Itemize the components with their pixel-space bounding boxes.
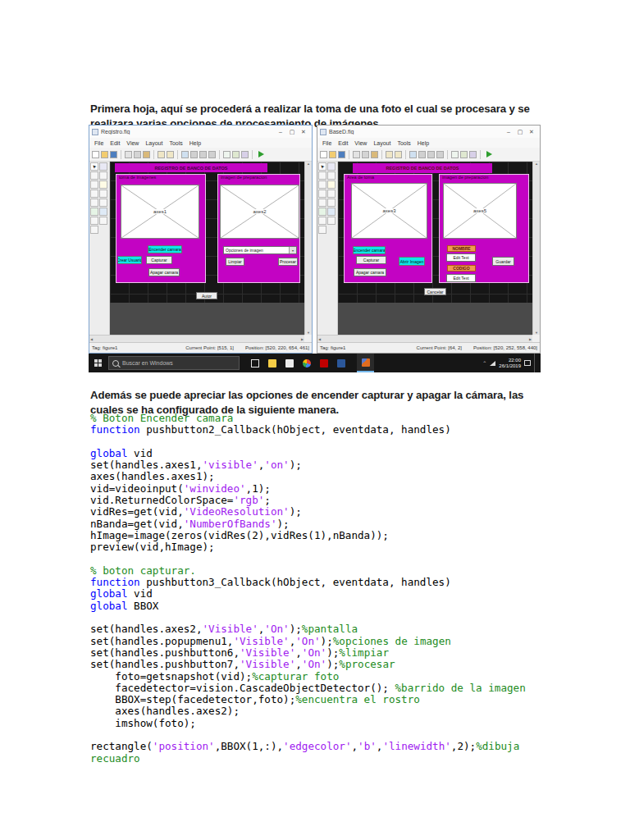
minimize-icon[interactable]: – [503, 126, 514, 137]
menu-help[interactable]: Help [189, 140, 201, 146]
menu-file[interactable]: File [322, 140, 331, 146]
apagar-camara-button[interactable]: Apagar camara [148, 268, 180, 276]
palette-tool-select[interactable] [318, 162, 326, 171]
object-browser-icon[interactable] [469, 151, 477, 158]
paste-icon[interactable] [371, 151, 378, 158]
nombre-edit-field[interactable]: Edit Text [446, 253, 476, 262]
crear-usuario-button[interactable]: Crear Usuario [117, 256, 142, 264]
search-input[interactable]: Buscar en Windows [108, 356, 240, 370]
apagar-camara-button[interactable]: Apagar camara [354, 268, 386, 276]
palette-tool-static-text[interactable] [318, 189, 326, 198]
acrobat-icon[interactable] [315, 354, 332, 372]
copy-icon[interactable] [362, 151, 369, 158]
new-file-icon[interactable] [92, 151, 99, 158]
new-file-icon[interactable] [320, 151, 327, 158]
palette-tool-radio-button[interactable] [327, 171, 336, 180]
palette-tool-table[interactable] [90, 208, 98, 216]
start-button[interactable] [89, 354, 107, 372]
matlab-icon[interactable] [357, 354, 374, 372]
m-file-editor-icon[interactable] [451, 151, 459, 158]
file-explorer-icon[interactable] [263, 354, 281, 372]
palette-tool-panel[interactable] [90, 217, 98, 225]
tray-expand-icon[interactable]: ⌃ [482, 360, 486, 366]
property-inspector-icon[interactable] [232, 151, 240, 158]
maximize-icon[interactable]: ▢ [514, 126, 526, 137]
palette-tool-slider[interactable] [318, 171, 326, 180]
redo-icon[interactable] [167, 151, 174, 158]
undo-icon[interactable] [158, 151, 165, 158]
palette-tool-list-box[interactable] [318, 199, 326, 207]
open-file-icon[interactable] [329, 151, 336, 158]
palette-tool-panel[interactable] [318, 217, 326, 225]
action-center-icon[interactable] [524, 360, 531, 366]
menu-tools[interactable]: Tools [397, 140, 410, 146]
palette-tool-button-group[interactable] [327, 217, 336, 225]
palette-tool-pop-up-menu[interactable] [99, 189, 107, 198]
menu-editor-icon[interactable] [190, 151, 198, 158]
align-objects-icon[interactable] [181, 151, 189, 158]
maximize-icon[interactable]: ▢ [286, 126, 298, 137]
m-file-editor-icon[interactable] [223, 151, 231, 158]
menu-layout[interactable]: Layout [145, 140, 162, 146]
run-icon[interactable] [486, 151, 492, 158]
titlebar[interactable]: Registro.fig – ▢ ✕ [89, 126, 312, 138]
guardar-button[interactable]: Guardar [492, 257, 514, 266]
capturar-button[interactable]: Capturar [146, 256, 172, 264]
limpiar-button[interactable]: Limpiar [226, 258, 244, 266]
encender-camara-button[interactable]: Encender camara [353, 246, 386, 254]
paste-icon[interactable] [143, 151, 150, 158]
show-desktop-button[interactable] [534, 354, 537, 372]
vertical-scrollbar[interactable] [532, 162, 540, 335]
cut-icon[interactable] [353, 151, 360, 158]
horizontal-scrollbar[interactable] [89, 335, 304, 342]
menu-tools[interactable]: Tools [169, 140, 182, 146]
toolbar-editor-icon[interactable] [436, 151, 444, 158]
palette-tool-slider[interactable] [90, 171, 98, 180]
tab-order-editor-icon[interactable] [427, 151, 435, 158]
palette-tool-edit-text[interactable] [99, 180, 107, 189]
palette-tool-axes[interactable] [99, 208, 107, 216]
chevron-down-icon[interactable]: ▾ [289, 247, 296, 253]
undo-icon[interactable] [386, 151, 393, 158]
menu-view[interactable]: View [126, 140, 139, 146]
procesar-button[interactable]: Procesar [278, 258, 298, 266]
cancelar-button[interactable]: Cancelar [424, 288, 446, 295]
palette-tool-edit-text[interactable] [327, 180, 336, 189]
vertical-scrollbar[interactable] [304, 162, 312, 335]
menu-file[interactable]: File [94, 140, 103, 146]
store-icon[interactable] [281, 354, 298, 372]
task-view-icon[interactable] [246, 354, 263, 372]
layout-canvas[interactable]: REGISTRO DE BANCO DE DATOS Area de toma … [338, 162, 532, 335]
autor-button[interactable]: Autor [196, 292, 217, 299]
cut-icon[interactable] [125, 151, 132, 158]
palette-tool-list-box[interactable] [90, 199, 98, 207]
copy-icon[interactable] [134, 151, 141, 158]
menu-help[interactable]: Help [418, 140, 429, 146]
palette-tool-button-group[interactable] [99, 217, 107, 225]
close-icon[interactable]: ✕ [526, 126, 537, 137]
object-browser-icon[interactable] [241, 151, 249, 158]
palette-tool-select[interactable] [90, 162, 98, 171]
menu-layout[interactable]: Layout [373, 140, 390, 146]
save-file-icon[interactable] [338, 151, 345, 158]
palette-tool-activex[interactable] [90, 226, 98, 234]
palette-tool-push-button[interactable] [99, 162, 107, 171]
menu-edit[interactable]: Edit [338, 140, 348, 146]
property-inspector-icon[interactable] [460, 151, 468, 158]
palette-tool-check-box[interactable] [318, 180, 326, 189]
palette-tool-toggle-button[interactable] [327, 199, 336, 207]
codigo-edit-field[interactable]: Edit Text [446, 274, 476, 282]
palette-tool-check-box[interactable] [90, 180, 98, 189]
redo-icon[interactable] [395, 151, 402, 158]
chrome-icon[interactable] [298, 354, 315, 372]
menu-editor-icon[interactable] [418, 151, 426, 158]
align-objects-icon[interactable] [409, 151, 417, 158]
minimize-icon[interactable]: – [275, 126, 286, 137]
tab-order-editor-icon[interactable] [199, 151, 207, 158]
palette-tool-activex[interactable] [318, 226, 326, 234]
toolbar-editor-icon[interactable] [208, 151, 216, 158]
abrir-imagen-button[interactable]: Abrir Imagen [399, 257, 425, 266]
palette-tool-table[interactable] [318, 208, 326, 216]
office-icon[interactable] [332, 354, 349, 372]
open-file-icon[interactable] [101, 151, 108, 158]
